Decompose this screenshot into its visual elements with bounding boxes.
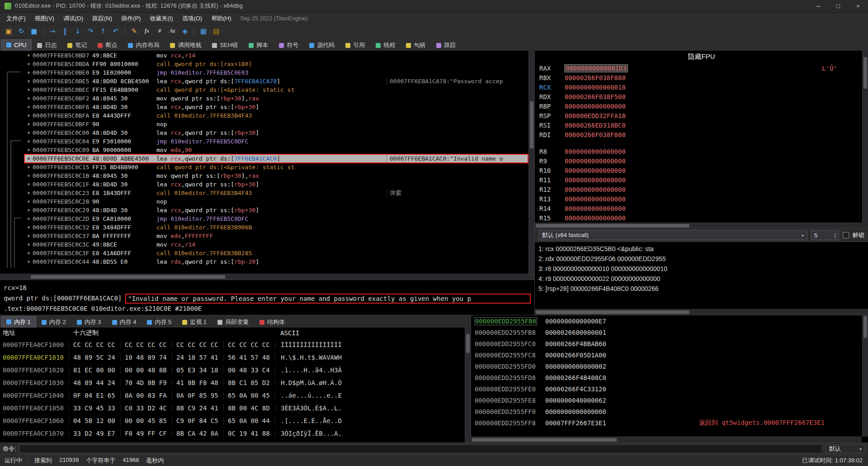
stop-icon[interactable]: ■ <box>28 26 40 37</box>
memory-2-tab[interactable]: 内存 2 <box>36 316 71 328</box>
dump-row[interactable]: 00007FFEA0CF10400F 84 E1 650A 00 83 FA0A… <box>0 389 471 402</box>
register-row[interactable]: RBX00000266F038F880 <box>539 73 861 82</box>
breakpoint-dot[interactable] <box>24 106 33 108</box>
breakpoint-dot[interactable] <box>24 149 33 151</box>
stack-row[interactable]: 000000EDD2955FE000000266F4C33120 <box>471 383 868 395</box>
unlock-checkbox[interactable] <box>843 232 849 238</box>
breakpoint-dot[interactable] <box>24 226 33 228</box>
handles-tab[interactable]: 句柄 <box>401 39 431 51</box>
stack-vertical-scrollbar[interactable] <box>862 315 868 437</box>
breakpoint-dot[interactable] <box>24 140 33 143</box>
cpu-tab[interactable]: CPU <box>1 39 32 51</box>
stack-row[interactable]: 000000EDD2955FD800000266F4B408C0 <box>471 372 868 383</box>
breakpoint-dot[interactable] <box>24 114 33 117</box>
disasm-row[interactable]: 00007FF6EB5C0C23E8 1B43DFFFcall 010edito… <box>24 189 528 197</box>
disasm-row[interactable]: 00007FF6EB5C0C1B48:8945 30mov qword ptr … <box>24 171 528 180</box>
disasm-row[interactable]: 00007FF6EB5C0C32E8 3484DFFFcall 010edito… <box>24 223 528 232</box>
notes-tab[interactable]: 笔记 <box>62 39 92 51</box>
execute-till-return-icon[interactable]: ↑ <box>97 26 109 37</box>
register-value[interactable]: 0000000000000000 <box>565 205 626 212</box>
menu-item[interactable]: 跟踪(N) <box>88 14 117 24</box>
source-tab[interactable]: 源代码 <box>304 39 340 51</box>
memory-3-tab[interactable]: 内存 3 <box>71 316 107 328</box>
breakpoint-dot[interactable] <box>24 80 33 82</box>
struct-tab[interactable]: 结构体 <box>254 316 290 328</box>
register-row[interactable]: R100000000000000000 <box>539 166 861 175</box>
register-value[interactable]: 0000000000000000 <box>565 148 626 155</box>
register-row[interactable]: R110000000000000000 <box>539 175 861 185</box>
disasm-vertical-scrollbar[interactable] <box>528 51 534 274</box>
register-value[interactable]: 000000EDD32FFA18 <box>565 112 626 119</box>
breakpoint-dot[interactable] <box>24 123 33 125</box>
pause-icon[interactable]: ‖ <box>59 26 71 37</box>
register-row[interactable]: R120000000000000000 <box>539 185 861 194</box>
disasm-row[interactable]: 00007FF6EB5C0BE548:8D0D 8CBE4500lea rcx,… <box>24 77 528 86</box>
stack-row[interactable]: 000000EDD2955FF00000000000000000 <box>471 406 868 417</box>
disasm-row[interactable]: 00007FF6EB5C0C37BA FFFFFFFFmov edx,FFFFF… <box>24 232 528 240</box>
close-button[interactable]: × <box>848 0 868 12</box>
memory-1-tab[interactable]: 内存 1 <box>1 316 36 328</box>
register-row[interactable]: RAX00000000000001D3L'Ǔ' <box>539 63 861 73</box>
threads-tab[interactable]: 线程 <box>370 39 401 51</box>
register-value[interactable]: 0000000000000000 <box>565 214 626 222</box>
register-row[interactable]: R80000000000000000 <box>539 147 861 156</box>
disasm-row[interactable]: 00007FF6EB5C0C2DE9 CA010000jmp 010editor… <box>24 214 528 223</box>
fastcall-arg[interactable]: 1: rcx 00000266ED35C5B0 <&public: sta <box>538 244 864 254</box>
breakpoint-dot[interactable] <box>24 200 33 203</box>
register-row[interactable]: RBP0000000000000000 <box>539 101 861 111</box>
symbols-tab[interactable]: 符号 <box>274 39 304 51</box>
register-row[interactable]: RSP000000EDD32FFA18 <box>539 111 861 120</box>
dump-row[interactable]: 00007FFEA0CF1000CC CC CC CCCC CC CC CCCC… <box>0 338 471 351</box>
scrollbar-thumb[interactable] <box>863 316 867 338</box>
calling-convention-select[interactable]: 默认 (x64 fastcall) ▾ <box>538 230 807 240</box>
menu-item[interactable]: 帮助(H) <box>207 14 236 24</box>
breakpoint-dot[interactable] <box>24 71 33 74</box>
patch-icon[interactable]: ✎ <box>128 26 140 37</box>
fastcall-arg[interactable]: 5: [rsp+28] 00000266F4B408C0 00000266 <box>538 284 864 294</box>
command-input[interactable] <box>19 444 822 453</box>
breakpoint-dot[interactable] <box>24 63 33 65</box>
register-value[interactable]: 0000000000000000 <box>565 167 626 174</box>
log-tab[interactable]: 日志 <box>32 39 62 51</box>
register-value[interactable]: 0000000000000000 <box>565 157 626 165</box>
breakpoint-dot[interactable] <box>24 157 33 160</box>
open-file-icon[interactable]: ▣ <box>3 26 14 37</box>
book-icon[interactable]: ▤ <box>210 26 222 37</box>
fastcall-arg[interactable]: 2: rdx 000000EDD2955F06 000000EDD2955 <box>538 254 864 264</box>
fastcall-arg[interactable]: 4: r9 0000000000000022 00000000000000 <box>538 274 864 284</box>
stack-row[interactable]: 000000EDD2955FB80000026600000001 <box>471 327 868 338</box>
disasm-row[interactable]: 00007FF6EB5C0C15FF15 BD4BB900call qword … <box>24 163 528 171</box>
dump-row[interactable]: 00007FFEA0CF106004 5B 12 0000 00 45 85C9… <box>0 414 471 427</box>
disasm-row[interactable]: 00007FF6EB5C0BE0E9 1E020000jmp 010editor… <box>24 68 528 77</box>
restart-icon[interactable]: ↻ <box>15 26 27 37</box>
step-over-icon[interactable]: ↷ <box>85 26 96 37</box>
stack-row[interactable]: 000000EDD2955FF800007FFF2667E3E1返回到 qt5w… <box>471 417 868 428</box>
fastcall-arg[interactable]: 3: r8 0000000000000010 0000000000000010 <box>538 264 864 274</box>
disasm-row[interactable]: 00007FF6EB5C0C2890nop <box>24 197 528 206</box>
stack-row[interactable]: 000000EDD2955FE80000000040000062 <box>471 395 868 406</box>
scrollbar-thumb[interactable] <box>536 310 689 314</box>
breakpoint-dot[interactable] <box>24 183 33 185</box>
disasm-row[interactable]: 00007FF6EB5C0BF648:8D4D 30lea rcx,qword … <box>24 103 528 111</box>
menu-item[interactable]: 插件(P) <box>117 14 145 24</box>
register-value[interactable]: 0000000000000000 <box>565 103 626 110</box>
memory-map-tab[interactable]: 内存布局 <box>123 39 165 51</box>
disasm-row[interactable]: 00007FF6EB5C0C3FE8 41A6DFFFcall 010edito… <box>24 249 528 257</box>
stack-row[interactable]: 000000EDD2955FC000000266F4BBAB60 <box>471 338 868 349</box>
menu-item[interactable]: 收藏夹(I) <box>145 14 177 24</box>
disasm-row[interactable]: 00007FF6EB5C0BECFF15 E64BB900call qword … <box>24 86 528 94</box>
watch-tab[interactable]: 监视 1 <box>177 316 212 328</box>
memory-4-tab[interactable]: 内存 4 <box>107 316 142 328</box>
register-value[interactable]: 00000266F038F880 <box>565 74 626 81</box>
dump-vertical-scrollbar[interactable] <box>465 328 471 442</box>
maximize-button[interactable]: □ <box>828 0 848 12</box>
minimize-button[interactable]: ─ <box>808 0 828 12</box>
disasm-row[interactable]: 00007FF6EB5C0C3C49:8BCEmov rcx,r14 <box>24 240 528 249</box>
stack-row[interactable]: 000000EDD2955FB000000000000000E7 <box>471 315 868 327</box>
breakpoint-dot[interactable] <box>24 192 33 194</box>
disasm-row[interactable]: 00007FF6EB5C0C0048:8D4D 30lea rcx,qword … <box>24 128 528 137</box>
hide-fpu-button[interactable]: 隐藏FPU <box>535 51 868 62</box>
disasm-row[interactable]: 00007FF6EB5C0C0E48:8D0D ABBE4500lea rcx,… <box>24 154 528 163</box>
run-icon[interactable]: → <box>47 26 58 37</box>
breakpoint-dot[interactable] <box>24 252 33 254</box>
